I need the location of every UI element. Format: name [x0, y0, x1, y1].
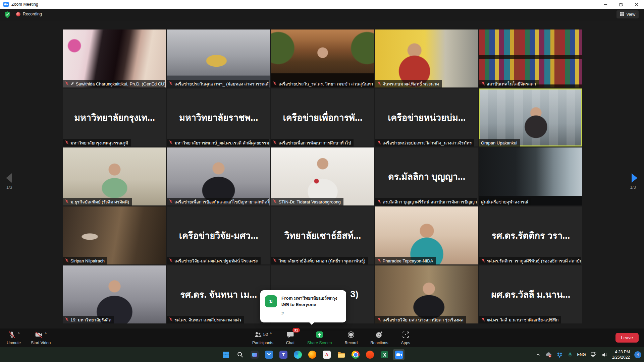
participant-tile[interactable]: Orapan Upakankul	[479, 88, 582, 146]
taskbar-clock[interactable]: 4:23 PM1/25/2022	[612, 349, 630, 360]
window-title: Zoom Meeting	[11, 2, 38, 7]
taskbar-firefox-icon[interactable]	[307, 349, 318, 360]
participant-tile[interactable]: ผศ.ดร.วัลลี ม.นาน...ผศ.ดร.วัลลี ม.นานาชา…	[479, 265, 582, 323]
taskbar-brave-icon[interactable]	[364, 349, 376, 360]
taskbar-mail-icon[interactable]	[263, 349, 275, 360]
reactions-button[interactable]: Reactions	[370, 330, 388, 345]
security-shield-icon[interactable]	[4, 11, 11, 20]
gallery-next-arrow[interactable]	[632, 173, 637, 183]
record-icon	[347, 330, 355, 340]
muted-mic-icon	[273, 199, 277, 205]
participants-icon	[254, 330, 262, 340]
participant-tile[interactable]: มหาวิทยาลัยราชพ...มหาวิทยาลัยราชพฤกษ์_ผศ…	[167, 88, 270, 146]
zoom-app-icon	[3, 2, 9, 7]
participant-tile[interactable]: สถาบันเทคโนโลยีจิตรลดา	[479, 29, 582, 87]
volume-icon[interactable]	[601, 352, 608, 358]
participant-tile[interactable]: ม.ธุรกิจบัณฑิตย์ (รังสิต ศรจิตติ)	[63, 147, 166, 205]
view-button[interactable]: View	[616, 10, 639, 18]
restore-button[interactable]	[613, 0, 629, 9]
participants-button[interactable]: 52∧Participants	[252, 330, 273, 345]
muted-mic-icon	[65, 199, 69, 205]
muted-mic-icon	[169, 317, 173, 323]
participant-name-text: เครือข่ายเพื่อการพัฒนาการศึกษาทั่วไป	[278, 139, 351, 146]
taskbar-chrome-icon[interactable]	[350, 349, 361, 360]
apps-button[interactable]: Apps	[401, 330, 410, 345]
participant-tile[interactable]: เครือข่ายเพื่อการพั...เครือข่ายเพื่อการพ…	[271, 88, 374, 146]
dropbox-icon[interactable]	[556, 352, 563, 358]
participant-tile[interactable]: มหาวิทยาลัยกรุงเท...มหาวิทยาลัยกรุงเทพสุ…	[63, 88, 166, 146]
participant-name-label: STIN-Dr. Tidarat Vasarongroong	[271, 198, 343, 205]
chat-button[interactable]: 31Chat	[286, 330, 294, 345]
gallery-page-indicator-left: 1/3	[6, 185, 12, 190]
muted-mic-icon	[377, 258, 381, 264]
taskbar-photos-icon[interactable]	[249, 349, 260, 360]
participant-tile[interactable]: เครือข่ายเพื่อการป้องกันและแก้ไขปัญหายาเ…	[167, 147, 270, 205]
participant-name-label: เครือข่ายเพื่อการป้องกันและแก้ไขปัญหายาเ…	[167, 198, 269, 205]
participant-tile[interactable]: ศูนย์เครือข่ายจุฬาลงกรณ์	[479, 147, 582, 205]
participant-tile[interactable]: วิทยาลัยเซาธ์อีสท์...วิทยาลัยเซาธ์อีสท์บ…	[271, 206, 374, 264]
leave-button[interactable]: Leave	[615, 333, 639, 343]
participant-name-label: Siripan Nilpairach	[63, 257, 107, 264]
taskbar-acrobat-icon[interactable]: A	[321, 349, 332, 360]
participant-name-label: เครือข่ายวิจัย มศว นางสาวนิยดา รุ่งเรือง…	[375, 316, 466, 323]
participant-name-text: Suwithida Charungkaittikul, Ph.D. (GenEd…	[76, 81, 165, 86]
participant-name-text: เครือข่ายเพื่อการป้องกันและแก้ไขปัญหายาเ…	[174, 198, 269, 205]
unmute-button[interactable]: ∧Unmute	[7, 330, 21, 345]
gallery-stage: Suwithida Charungkaittikul, Ph.D. (GenEd…	[0, 21, 644, 328]
clock-date: 1/25/2022	[612, 355, 630, 360]
muted-mic-icon	[481, 258, 485, 264]
participant-tile[interactable]: รศ.ดร. จันทนา เม...รศ.ดร. จันทนา เมฆสีปร…	[167, 265, 270, 323]
participant-tile[interactable]: ดร.มัลลิกา บุญญา...ดร.มัลลิกา บุญญาศรีรั…	[375, 147, 478, 205]
muted-mic-icon	[273, 258, 277, 264]
taskbar-excel-icon[interactable]	[379, 349, 390, 360]
taskbar-zoom-icon[interactable]	[393, 349, 405, 360]
taskbar-file-explorer-icon[interactable]	[335, 349, 347, 360]
chevron-up-icon[interactable]: ∧	[270, 331, 272, 335]
participant-gallery: Suwithida Charungkaittikul, Ph.D. (GenEd…	[63, 29, 582, 323]
participant-tile[interactable]: Pharadee Tepcayon-NIDA	[375, 206, 478, 264]
participant-tile[interactable]: จันทรเกษม ผศ.พิสุทธิ์ พวงนาค	[375, 29, 478, 87]
participant-tile[interactable]: Siripan Nilpairach	[63, 206, 166, 264]
network-icon[interactable]	[590, 351, 597, 358]
participant-tile[interactable]: เครือข่ายประกัน_รศ.ดร. วิทยา เมฆขำ สวนสุ…	[271, 29, 374, 87]
microphone-icon[interactable]	[567, 352, 573, 358]
participant-tile[interactable]: รศ.ดร.รัตติกร วรา...รศ.ดร.รัตติกร วรากูล…	[479, 206, 582, 264]
minimize-button[interactable]	[598, 0, 613, 9]
camera-muted-icon	[35, 330, 43, 340]
participant-tile[interactable]: Suwithida Charungkaittikul, Ph.D. (GenEd…	[63, 29, 166, 87]
chevron-up-icon[interactable]: ∧	[45, 331, 47, 335]
gallery-prev-arrow[interactable]	[6, 173, 12, 183]
participant-name-label: จันทรเกษม ผศ.พิสุทธิ์ พวงนาค	[375, 80, 442, 87]
tray-expand-icon[interactable]	[536, 353, 540, 357]
participant-name-text: จันทรเกษม ผศ.พิสุทธิ์ พวงนาค	[383, 80, 439, 87]
record-button[interactable]: Record	[344, 330, 358, 345]
notification-count-badge[interactable]: 4	[634, 351, 641, 358]
start-video-button[interactable]: ∧Start Video	[31, 330, 51, 345]
muted-mic-icon	[169, 199, 173, 205]
taskbar-start-icon[interactable]	[220, 349, 231, 360]
participant-name-label: ผศ.ดร.วัลลี ม.นานาชาติเอเชีย-แปซิฟิก	[479, 316, 561, 323]
participant-tile[interactable]: เครือข่ายประกันคุณภาพฯ_ (ฝอยทอง สาครวรรณ…	[167, 29, 270, 87]
close-button[interactable]	[629, 0, 644, 9]
language-indicator[interactable]: ENG	[577, 352, 586, 357]
taskbar-edge-icon[interactable]	[292, 349, 304, 360]
participant-tile[interactable]: เครือข่ายวิจัย มศว นางสาวนิยดา รุ่งเรือง…	[375, 265, 478, 323]
chat-notification-popup[interactable]: ม From มหาวิทยาลัยนอร์ทกรุงเทพ to Everyo…	[260, 290, 346, 322]
gallery-page-indicator-right: 1/3	[630, 185, 636, 190]
zoom-meeting-window: Zoom Meeting Recording View	[0, 0, 644, 362]
muted-mic-icon	[65, 317, 69, 323]
share-screen-label: Share Screen	[307, 341, 332, 345]
participant-tile[interactable]: เครือข่ายวิจัย-มศว...เครือข่ายวิจัย-มศว-…	[167, 206, 270, 264]
participant-tile[interactable]: STIN-Dr. Tidarat Vasarongroong	[271, 147, 374, 205]
record-label: Record	[344, 341, 358, 345]
apps-label: Apps	[401, 341, 410, 345]
participant-tile[interactable]: เครือข่ายหน่วยบ่ม...เครือข่ายหน่วยบ่มเพา…	[375, 88, 478, 146]
participant-name-text: Orapan Upakankul	[481, 140, 517, 145]
onedrive-icon[interactable]	[545, 351, 552, 358]
taskbar-search-icon[interactable]	[234, 349, 246, 360]
participant-tile[interactable]: 19: มหาวิทยาลัยรังสิต	[63, 265, 166, 323]
participant-name-label: รศ.ดร.รัตติกร วรากูลศิริพันธุ์ (รองอธิกา…	[479, 257, 581, 264]
share-screen-button[interactable]: Share Screen	[307, 330, 332, 345]
taskbar-teams-icon[interactable]: T	[278, 349, 289, 360]
chevron-up-icon[interactable]: ∧	[18, 331, 20, 335]
